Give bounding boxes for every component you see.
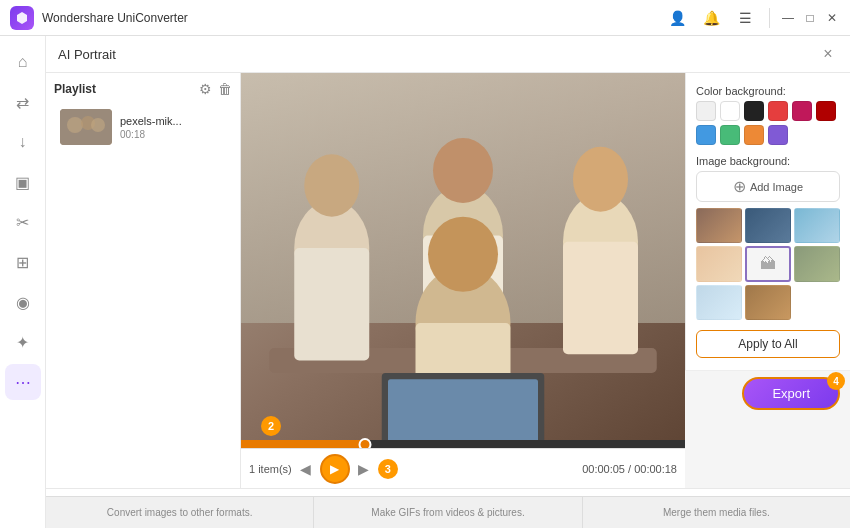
img-thumb-0[interactable]: [696, 208, 742, 243]
add-image-button[interactable]: ⊕ Add Image: [696, 171, 840, 202]
video-col: 2 1 item(s) ◀ ▶ ▶ 3 00:00:05 / 00:00: [241, 73, 685, 488]
svg-rect-20: [388, 379, 538, 448]
color-swatch-2[interactable]: [744, 101, 764, 121]
video-preview: 2: [241, 73, 685, 448]
svg-point-8: [304, 154, 359, 217]
export-area: Export 4: [685, 370, 850, 416]
playlist-icons: ⚙ 🗑: [199, 81, 232, 97]
color-swatch-7[interactable]: [720, 125, 740, 145]
sidebar-item-apps[interactable]: ⋯: [5, 364, 41, 400]
sidebar-item-convert[interactable]: ⇄: [5, 84, 41, 120]
add-image-label: Add Image: [750, 181, 803, 193]
color-swatch-0[interactable]: [696, 101, 716, 121]
sidebar-item-home[interactable]: ⌂: [5, 44, 41, 80]
menu-icon[interactable]: ☰: [731, 4, 759, 32]
apply-to-all-button[interactable]: Apply to All: [696, 330, 840, 358]
color-swatch-6[interactable]: [696, 125, 716, 145]
img-thumb-1[interactable]: [745, 208, 791, 243]
svg-rect-9: [294, 248, 369, 361]
img-thumb-7[interactable]: [745, 285, 791, 320]
svg-point-3: [91, 118, 105, 132]
img-thumb-4[interactable]: 🏔: [745, 246, 791, 281]
playlist-header: Playlist ⚙ 🗑: [54, 81, 232, 97]
footer-bar: Convert images to other formats. Make GI…: [46, 496, 850, 528]
badge-4: 4: [827, 372, 845, 390]
content-area: Playlist ⚙ 🗑: [46, 73, 850, 528]
play-button[interactable]: ▶: [320, 454, 350, 484]
modal-area: AI Portrait × Playlist ⚙ 🗑: [46, 36, 850, 528]
image-bg-section: Image background: ⊕ Add Image: [696, 155, 840, 320]
color-swatch-1[interactable]: [720, 101, 740, 121]
playlist-title: Playlist: [54, 82, 96, 96]
playlist-item-duration: 00:18: [120, 129, 226, 140]
modal-close-button[interactable]: ×: [818, 44, 838, 64]
img-thumb-5[interactable]: [794, 246, 840, 281]
modal-header: AI Portrait ×: [46, 36, 850, 73]
color-swatch-3[interactable]: [768, 101, 788, 121]
notification-icon[interactable]: 🔔: [697, 4, 725, 32]
items-count: 1 item(s): [249, 463, 292, 475]
sidebar: ⌂ ⇄ ↓ ▣ ✂ ⊞ ◉ ✦ ⋯: [0, 36, 46, 528]
img-thumb-2[interactable]: [794, 208, 840, 243]
app-title: Wondershare UniConverter: [42, 11, 663, 25]
time-display: 00:00:05 / 00:00:18: [402, 463, 677, 475]
right-col: Color background:: [685, 73, 850, 488]
color-swatch-4[interactable]: [792, 101, 812, 121]
sidebar-item-effects[interactable]: ✦: [5, 324, 41, 360]
title-bar: Wondershare UniConverter 👤 🔔 ☰ — □ ✕: [0, 0, 850, 36]
title-bar-controls: 👤 🔔 ☰ — □ ✕: [663, 4, 840, 32]
playlist-thumb: [60, 109, 112, 145]
color-swatch-9[interactable]: [768, 125, 788, 145]
color-swatch-5[interactable]: [816, 101, 836, 121]
sidebar-item-scissors[interactable]: ✂: [5, 204, 41, 240]
video-controls: 1 item(s) ◀ ▶ ▶ 3 00:00:05 / 00:00:18: [241, 448, 685, 488]
svg-rect-15: [563, 242, 638, 355]
color-swatches: [696, 101, 840, 145]
user-icon[interactable]: 👤: [663, 4, 691, 32]
minimize-btn[interactable]: —: [780, 10, 796, 26]
img-thumb-3[interactable]: [696, 246, 742, 281]
add-icon: ⊕: [733, 177, 746, 196]
sidebar-item-screen[interactable]: ▣: [5, 164, 41, 200]
footer-item-1: Make GIFs from videos & pictures.: [314, 497, 582, 528]
modal-title: AI Portrait: [58, 47, 116, 62]
playlist-info: pexels-mik... 00:18: [120, 115, 226, 140]
color-bg-section: Color background:: [696, 85, 840, 145]
color-swatch-8[interactable]: [744, 125, 764, 145]
app-logo: [10, 6, 34, 30]
next-button[interactable]: ▶: [354, 459, 374, 479]
current-time: 00:00:05: [582, 463, 625, 475]
footer-item-2: Merge them media files.: [583, 497, 850, 528]
img-thumb-6[interactable]: [696, 285, 742, 320]
playlist-settings-icon[interactable]: ⚙: [199, 81, 212, 97]
main-layout: ⌂ ⇄ ↓ ▣ ✂ ⊞ ◉ ✦ ⋯ AI Portrait × Playlist: [0, 36, 850, 528]
image-bg-label: Image background:: [696, 155, 840, 167]
total-time: 00:00:18: [634, 463, 677, 475]
svg-point-11: [433, 138, 493, 203]
sidebar-item-download[interactable]: ↓: [5, 124, 41, 160]
image-grid: 🏔: [696, 208, 840, 320]
svg-point-17: [428, 217, 498, 292]
badge-3: 3: [378, 459, 398, 479]
maximize-btn[interactable]: □: [802, 10, 818, 26]
export-button[interactable]: Export: [742, 377, 840, 410]
prev-button[interactable]: ◀: [296, 459, 316, 479]
sidebar-item-grid[interactable]: ⊞: [5, 244, 41, 280]
playlist-panel: Playlist ⚙ 🗑: [46, 73, 241, 488]
svg-point-14: [573, 147, 628, 212]
right-panel: Color background:: [685, 73, 850, 370]
color-bg-label: Color background:: [696, 85, 840, 97]
footer-item-0: Convert images to other formats.: [46, 497, 314, 528]
export-wrap: Export 4: [742, 377, 840, 410]
close-btn[interactable]: ✕: [824, 10, 840, 26]
playlist-item-name: pexels-mik...: [120, 115, 226, 127]
badge-2: 2: [261, 416, 281, 436]
playlist-item[interactable]: pexels-mik... 00:18: [54, 105, 232, 149]
sidebar-item-camera[interactable]: ◉: [5, 284, 41, 320]
svg-point-1: [67, 117, 83, 133]
playlist-delete-icon[interactable]: 🗑: [218, 81, 232, 97]
